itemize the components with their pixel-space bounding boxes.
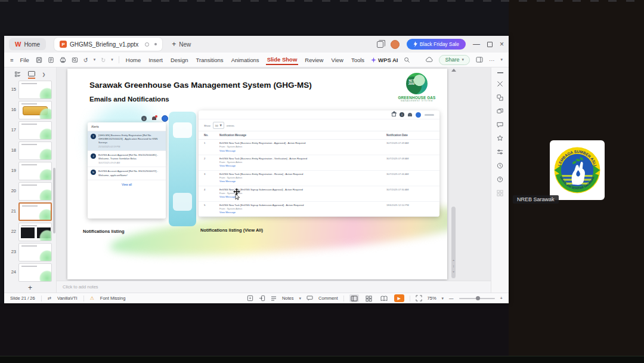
comment-icon[interactable] (306, 296, 313, 301)
menu-home[interactable]: Home (125, 56, 142, 64)
slide-thumb-21-selected[interactable]: 21 (8, 202, 56, 221)
slide-number: 16 (8, 101, 16, 112)
normal-view-button[interactable] (349, 294, 359, 302)
search-icon[interactable] (404, 57, 410, 63)
undo-caret-icon[interactable]: ▾ (94, 57, 96, 62)
export-icon[interactable] (48, 57, 54, 63)
panel-switch-icon[interactable] (476, 57, 483, 63)
menu-transitions[interactable]: Transitions (195, 56, 225, 64)
star-icon[interactable] (497, 135, 503, 141)
slideshow-play-button[interactable]: ▶ (394, 294, 404, 302)
cloud-icon[interactable] (425, 57, 433, 63)
reading-view-button[interactable] (379, 294, 389, 302)
thumbnail-scrollbar[interactable] (53, 168, 55, 233)
notes-label[interactable]: Notes (282, 296, 294, 301)
hamburger-icon[interactable]: ≡ (10, 57, 14, 63)
print-preview-icon[interactable] (72, 57, 78, 63)
add-slide-button[interactable]: + (4, 284, 56, 292)
scroll-up-icon[interactable] (451, 69, 456, 72)
slide-thumb-17[interactable]: 17 (8, 121, 56, 140)
notes-bar[interactable]: Click to add notes (57, 281, 491, 293)
sidebar-decoration (169, 112, 196, 226)
share-button[interactable]: Share ▾ (439, 55, 470, 65)
tab-home[interactable]: W Home (9, 38, 46, 50)
slide-thumb-19[interactable]: 19 (8, 162, 56, 180)
slide-pane-icon[interactable] (247, 295, 253, 302)
ppt-file-icon: P (60, 41, 67, 48)
menu-slide-show[interactable]: Slide Show (266, 55, 299, 65)
fit-screen-icon[interactable] (416, 295, 422, 302)
participant-video-tile[interactable]: LEMBAGA SUMBER ASLI DAN ALAM SEKITAR SAR… (550, 140, 605, 200)
translate-icon[interactable] (497, 94, 503, 101)
history-icon[interactable] (497, 162, 503, 169)
menu-wps-ai[interactable]: WPS AI (371, 57, 398, 63)
tab-document[interactable]: P GHGMS_Briefing_v1.pptx (54, 38, 162, 51)
shapes-icon[interactable] (497, 108, 503, 115)
slide-thumb-18[interactable]: 18 (8, 141, 56, 160)
collapse-icon[interactable] (497, 72, 503, 73)
slide-21[interactable]: Sarawak Greenhouse Gas Management System… (67, 69, 447, 279)
slide-sorter-button[interactable] (364, 294, 374, 302)
slide-nav-buttons[interactable]: ⌃⁞⌄ (451, 260, 456, 273)
minimize-button[interactable]: — (473, 41, 480, 48)
notes-toggle[interactable] (271, 296, 277, 301)
window-layout-icon[interactable] (377, 41, 383, 48)
slide-thumb-23[interactable]: 23 (8, 243, 56, 262)
promo-button[interactable]: Black Friday Sale (407, 39, 466, 50)
wps-logo-icon: W (15, 41, 21, 48)
handout-icon[interactable] (259, 295, 265, 302)
save-icon[interactable] (36, 57, 42, 63)
print-icon[interactable] (60, 57, 66, 63)
alert-text: [GHG-MS] Business Entity Registration [R… (98, 134, 163, 144)
view-message-link: View Message (219, 164, 236, 167)
participant-name-label: NREB Sarawak (513, 195, 559, 204)
slide-thumb-22[interactable]: 22 (8, 223, 56, 241)
zoom-in-button[interactable]: + (500, 296, 503, 301)
slide-thumb-15[interactable]: 15 (8, 81, 56, 99)
menu-file[interactable]: File (19, 56, 30, 64)
menu-tools[interactable]: Tools (350, 56, 366, 64)
maximize-button[interactable] (487, 42, 493, 47)
undo-icon[interactable]: ↺ (83, 57, 88, 63)
redo-icon[interactable]: ↻ (101, 57, 106, 63)
slide-view-icon[interactable] (28, 71, 35, 79)
settings-sliders-icon[interactable] (497, 149, 503, 155)
more-tools-caret-icon[interactable]: ▾ (111, 57, 113, 62)
more-icon[interactable]: ··· (489, 57, 495, 63)
chevron-down-icon: ▾ (220, 123, 222, 128)
doc-sync-icon[interactable] (145, 42, 149, 47)
comment-panel-icon[interactable] (497, 122, 503, 128)
theme-name[interactable]: VanillaVTI (57, 296, 78, 301)
slide-thumb-16[interactable]: 16 (8, 101, 56, 119)
new-tab-button[interactable]: + New (172, 40, 191, 48)
info-icon: i (141, 116, 147, 121)
canvas-scrollbar[interactable] (451, 69, 456, 278)
collapse-ribbon-icon[interactable]: ▾ (500, 57, 503, 62)
zoom-caret-icon[interactable]: ▾ (442, 296, 444, 301)
zoom-level[interactable]: 75% (428, 296, 436, 301)
outline-view-icon[interactable] (15, 72, 21, 78)
comment-label[interactable]: Comment (318, 296, 338, 301)
menu-view[interactable]: View (330, 56, 344, 64)
alert-avatar: J (91, 153, 96, 159)
account-avatar[interactable] (391, 40, 400, 49)
zoom-slider[interactable] (459, 298, 495, 299)
zoom-out-button[interactable]: — (449, 296, 454, 301)
apps-grid-icon[interactable] (497, 190, 503, 196)
bell-icon (151, 116, 157, 121)
tools-icon[interactable] (497, 81, 503, 87)
alert-avatar: N (91, 170, 96, 175)
expand-panel-icon[interactable]: ❯ (42, 72, 46, 77)
slide-thumb-20[interactable]: 20 (8, 182, 56, 201)
menu-insert[interactable]: Insert (147, 56, 164, 64)
menu-review[interactable]: Review (304, 56, 324, 64)
menu-design[interactable]: Design (169, 56, 190, 64)
notes-caret-icon[interactable]: ▾ (299, 296, 302, 301)
slide-thumb-24[interactable]: 24 (8, 263, 56, 282)
font-missing-label[interactable]: Font Missing (100, 296, 126, 301)
help-icon[interactable] (497, 176, 503, 183)
page-size-select: 10 ▾ (213, 122, 224, 129)
close-button[interactable]: × (500, 41, 504, 48)
table-row: 1 EnVISS New Task [Business Entity Regis… (199, 140, 439, 155)
menu-animations[interactable]: Animations (230, 56, 261, 64)
